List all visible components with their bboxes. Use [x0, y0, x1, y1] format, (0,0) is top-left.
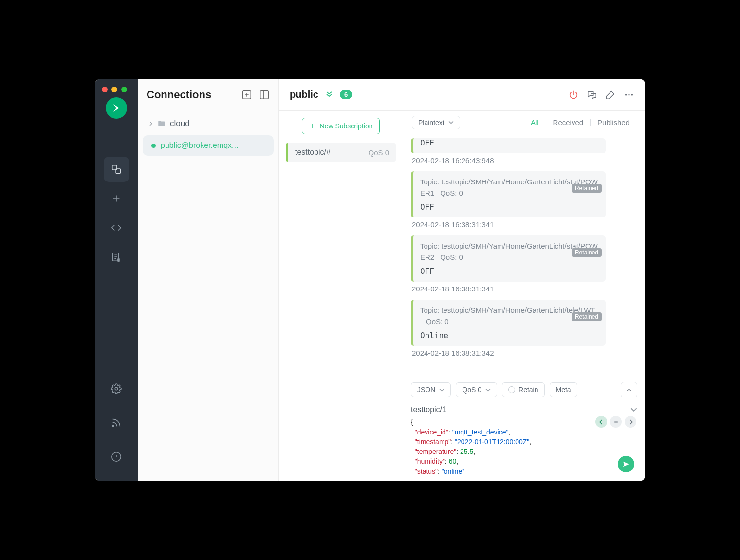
main-body: New Subscription testtopic/# QoS 0 Plain…	[279, 111, 645, 481]
payload-format-dropdown[interactable]: JSON	[411, 382, 451, 397]
active-connection-name: public	[290, 89, 318, 100]
retained-badge: Retained	[572, 248, 602, 257]
help-nav-icon[interactable]	[104, 444, 129, 470]
publish-qos-dropdown[interactable]: QoS 0	[456, 382, 497, 397]
connection-group-cloud[interactable]: cloud	[143, 114, 274, 133]
folder-icon	[157, 119, 166, 128]
subscription-topic: testtopic/#	[295, 148, 331, 157]
status-dot-online	[151, 144, 156, 148]
svg-point-11	[631, 94, 633, 95]
filter-published[interactable]: Published	[591, 118, 636, 126]
message-timestamp: 2024-02-18 16:38:31:342	[412, 349, 637, 357]
format-dropdown[interactable]: Plaintext	[412, 116, 460, 129]
message-qos: QoS: 0	[426, 317, 449, 325]
main-panel: public 6 New Subscription	[279, 79, 645, 481]
svg-rect-8	[260, 91, 269, 99]
nav-rail	[95, 79, 138, 481]
close-window[interactable]	[102, 87, 108, 92]
subscriptions-column: New Subscription testtopic/# QoS 0	[279, 111, 403, 481]
message-qos: QoS: 0	[440, 189, 463, 197]
payload-next-button[interactable]	[625, 416, 636, 428]
message-item: OFF 2024-02-18 16:26:43:948	[411, 138, 637, 164]
new-nav-icon[interactable]	[104, 186, 129, 211]
message-item: Topic: testtopic/SMH/Yam/Home/GartenLich…	[411, 171, 637, 229]
connection-label: public@broker.emqx...	[161, 141, 238, 150]
chevron-right-icon	[148, 121, 153, 126]
connection-item-public[interactable]: public@broker.emqx...	[143, 135, 274, 156]
format-label: Plaintext	[418, 119, 444, 126]
payload-format-label: JSON	[417, 386, 435, 394]
retained-badge: Retained	[572, 184, 602, 193]
chevron-down-icon	[439, 387, 444, 393]
radio-unchecked-icon	[508, 386, 515, 393]
main-header: public 6	[279, 79, 645, 111]
message-timestamp: 2024-02-18 16:26:43:948	[412, 156, 637, 164]
message-payload: Online	[420, 331, 599, 340]
message-timestamp: 2024-02-18 16:38:31:341	[412, 220, 637, 229]
retain-toggle[interactable]: Retain	[502, 382, 544, 397]
connections-title: Connections	[147, 89, 211, 101]
publish-qos-label: QoS 0	[462, 386, 481, 394]
log-nav-icon[interactable]	[104, 244, 129, 270]
filter-received[interactable]: Received	[546, 118, 591, 126]
message-item: Topic: testtopic/SMH/Yam/Home/GartenLich…	[411, 235, 637, 293]
window-controls	[102, 87, 127, 92]
new-connection-icon[interactable]	[241, 90, 252, 100]
payload-prev-button[interactable]	[595, 416, 607, 428]
minimize-window[interactable]	[111, 87, 117, 92]
subscription-chip[interactable]: testtopic/# QoS 0	[286, 143, 396, 162]
connections-nav-icon[interactable]	[104, 157, 129, 182]
message-item: Topic: testtopic/SMH/Yam/Home/GartenLich…	[411, 300, 637, 357]
app-logo	[106, 97, 127, 119]
edit-icon[interactable]	[605, 90, 616, 100]
expand-connection-icon[interactable]	[325, 90, 333, 100]
script-nav-icon[interactable]	[104, 215, 129, 240]
meta-button[interactable]: Meta	[550, 382, 577, 397]
connection-tree: cloud public@broker.emqx...	[138, 111, 278, 161]
subscription-qos: QoS 0	[368, 148, 389, 157]
message-topic: Topic: testtopic/SMH/Yam/Home/GartenLich…	[420, 306, 595, 314]
svg-point-5	[112, 425, 114, 427]
payload-editor[interactable]: { "device_id": "mqtt_test_device", "time…	[403, 416, 645, 481]
collapse-publish-button[interactable]	[621, 382, 637, 397]
message-payload: OFF	[420, 267, 599, 276]
plus-icon	[309, 123, 316, 129]
publish-topic-input[interactable]	[411, 405, 626, 414]
connections-header: Connections	[138, 79, 278, 111]
svg-point-9	[625, 94, 627, 95]
filter-all[interactable]: All	[524, 118, 546, 126]
send-button[interactable]	[618, 456, 634, 472]
group-label: cloud	[170, 119, 190, 128]
publish-panel: JSON QoS 0 Retain Meta	[403, 377, 645, 481]
messages-toolbar: Plaintext All Received Published	[403, 111, 645, 134]
maximize-window[interactable]	[121, 87, 127, 92]
chevron-up-icon	[626, 388, 632, 392]
connections-sidebar: Connections cloud public@broker.emqx...	[138, 79, 279, 481]
chat-icon[interactable]	[587, 90, 597, 100]
new-subscription-label: New Subscription	[320, 122, 373, 130]
message-count-badge: 6	[340, 90, 352, 99]
payload-clear-button[interactable]	[610, 416, 622, 428]
chevron-down-icon	[485, 387, 491, 393]
message-qos: QoS: 0	[440, 253, 463, 261]
chevron-down-icon	[448, 120, 454, 125]
message-payload: OFF	[420, 202, 599, 212]
panel-toggle-icon[interactable]	[259, 90, 270, 100]
messages-list[interactable]: OFF 2024-02-18 16:26:43:948 Topic: testt…	[403, 134, 645, 377]
settings-nav-icon[interactable]	[104, 376, 129, 401]
messages-column: Plaintext All Received Published	[403, 111, 645, 481]
more-icon[interactable]	[624, 90, 634, 100]
disconnect-icon[interactable]	[568, 90, 579, 100]
svg-point-4	[115, 387, 118, 390]
new-subscription-button[interactable]: New Subscription	[302, 118, 380, 134]
retained-badge: Retained	[572, 312, 602, 321]
svg-point-10	[628, 94, 629, 95]
retain-label: Retain	[518, 386, 538, 394]
message-timestamp: 2024-02-18 16:38:31:341	[412, 285, 637, 293]
message-payload: OFF	[420, 138, 599, 147]
feed-nav-icon[interactable]	[104, 410, 129, 435]
topic-history-icon[interactable]	[630, 406, 637, 413]
send-icon	[622, 460, 630, 468]
app-window: Connections cloud public@broker.emqx... …	[95, 79, 645, 481]
